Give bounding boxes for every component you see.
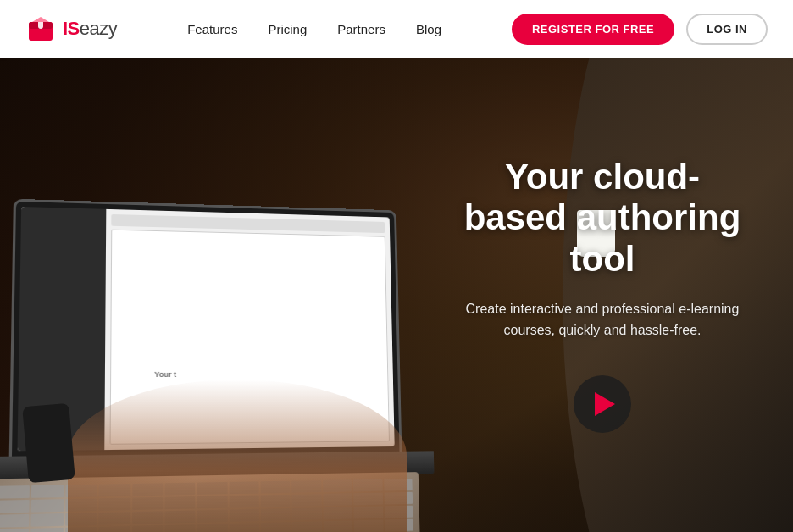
- hero-title: Your cloud-based authoring tool: [454, 157, 751, 280]
- logo-suffix: eazy: [80, 18, 117, 39]
- logo-prefix: IS: [63, 18, 80, 39]
- logo[interactable]: ISeazy: [25, 14, 117, 44]
- main-nav: Features Pricing Partners Blog: [187, 22, 441, 36]
- key: [0, 485, 30, 499]
- hero-content: Your cloud-based authoring tool Create i…: [454, 157, 776, 433]
- nav-partners[interactable]: Partners: [337, 22, 385, 36]
- hero-subtitle: Create interactive and professional e-le…: [454, 298, 751, 341]
- laptop-canvas-text: Your t: [154, 370, 176, 379]
- key: [31, 513, 64, 527]
- play-icon: [595, 392, 615, 416]
- phone-prop: [22, 403, 75, 483]
- svg-marker-3: [32, 17, 49, 22]
- hero-section: Your t: [0, 58, 793, 532]
- key: [0, 514, 30, 528]
- logo-icon: [25, 14, 56, 44]
- key: [31, 499, 64, 513]
- key: [0, 529, 30, 532]
- logo-text: ISeazy: [63, 18, 117, 40]
- key: [31, 485, 64, 497]
- key: [0, 500, 30, 513]
- play-button[interactable]: [574, 375, 631, 433]
- header-actions: REGISTER FOR FREE LOG IN: [512, 14, 768, 45]
- hands-overlay: [68, 380, 407, 532]
- header: ISeazy Features Pricing Partners Blog RE…: [0, 0, 793, 58]
- nav-features[interactable]: Features: [187, 22, 237, 36]
- nav-blog[interactable]: Blog: [416, 22, 441, 36]
- nav-pricing[interactable]: Pricing: [268, 22, 307, 36]
- register-button[interactable]: REGISTER FOR FREE: [512, 14, 674, 45]
- key: [31, 528, 64, 532]
- login-button[interactable]: LOG IN: [686, 14, 768, 45]
